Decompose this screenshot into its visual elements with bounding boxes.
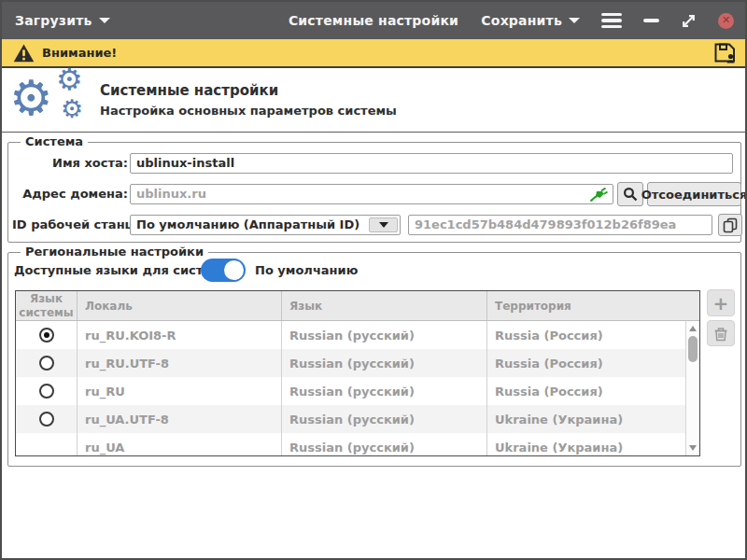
domain-search-button[interactable] [617, 182, 643, 206]
system-language-radio[interactable] [39, 412, 54, 427]
hamburger-menu-icon[interactable] [601, 13, 622, 29]
delete-locale-button[interactable] [707, 320, 735, 346]
locale-cell: ru_UA [78, 433, 282, 456]
domain-value: ublinux.ru [136, 187, 206, 201]
warning-bar: Внимание! [2, 39, 745, 68]
close-button[interactable]: ✕ [718, 13, 734, 29]
language-cell: Russian (русский) [282, 377, 487, 405]
station-id-label: ID рабочей станции: [12, 213, 128, 237]
system-groupbox: Система Имя хоста: ublinux-install Адрес… [7, 142, 741, 243]
territory-cell: Russia (Россия) [487, 321, 699, 349]
save-file-icon[interactable] [713, 42, 737, 63]
copy-id-button[interactable] [718, 214, 742, 236]
language-cell: Russian (русский) [282, 405, 487, 433]
column-header-system-language[interactable]: Язык системы [16, 291, 78, 320]
station-id-value-field[interactable]: 91ec1cd57b484d479893f012b26f89ea [408, 215, 712, 235]
system-settings-window: Загрузить Системные настройки Сохранить … [0, 0, 747, 560]
warning-triangle-icon [13, 44, 35, 63]
language-cell: Russian (русский) [282, 433, 487, 456]
close-icon: ✕ [722, 15, 730, 25]
save-menu-label: Сохранить [481, 13, 562, 28]
regional-legend: Региональные настройки [21, 245, 208, 259]
station-id-mode-select[interactable]: По умолчанию (Аппаратный ID) [130, 215, 401, 235]
scroll-up-arrow-icon[interactable] [689, 326, 697, 331]
table-row[interactable]: ru_UA Russian (русский) Ukraine (Украина… [16, 433, 699, 456]
scrollbar-thumb[interactable] [688, 336, 698, 362]
system-language-radio[interactable] [39, 356, 54, 371]
gear-icon: ⚙ [61, 96, 83, 121]
system-legend: Система [21, 134, 88, 148]
page-header: ⚙ ⚙ ⚙ Системные настройки Настройка осно… [2, 68, 745, 133]
disconnect-button[interactable]: Отсоединиться [647, 182, 741, 206]
load-menu-button[interactable]: Загрузить [15, 13, 110, 28]
regional-groupbox: Региональные настройки Доступные языки д… [7, 252, 741, 467]
gear-icon: ⚙ [9, 74, 53, 122]
column-header-locale[interactable]: Локаль [78, 291, 282, 320]
territory-cell: Ukraine (Украина) [487, 405, 699, 433]
search-icon [623, 187, 638, 202]
column-header-language[interactable]: Язык [282, 291, 487, 320]
page-subtitle: Настройка основных параметров системы [100, 104, 397, 118]
chevron-down-icon [379, 222, 388, 228]
territory-cell: Russia (Россия) [487, 377, 699, 405]
locale-cell: ru_RU [78, 377, 282, 405]
table-row[interactable]: ru_RU.UTF-8 Russian (русский) Russia (Ро… [16, 349, 699, 377]
system-language-radio[interactable] [39, 328, 54, 343]
table-header-row: Язык системы Локаль Язык Территория [16, 291, 699, 321]
table-row[interactable]: ru_RU.KOI8-R Russian (русский) Russia (Р… [16, 321, 699, 349]
connected-plug-icon [590, 188, 608, 202]
hostname-input[interactable]: ublinux-install [130, 153, 733, 174]
locale-cell: ru_UA.UTF-8 [78, 405, 282, 433]
toggle-knob [224, 260, 244, 280]
copy-icon [723, 217, 738, 233]
page-title: Системные настройки [100, 82, 278, 99]
trash-icon [713, 326, 728, 342]
column-header-territory[interactable]: Территория [487, 291, 699, 320]
titlebar: Загрузить Системные настройки Сохранить … [2, 2, 745, 39]
chevron-down-icon [99, 18, 110, 23]
load-menu-label: Загрузить [15, 13, 92, 28]
languages-toggle[interactable] [201, 259, 246, 282]
domain-label: Адрес домена: [12, 182, 128, 206]
locale-cell: ru_RU.UTF-8 [78, 349, 282, 377]
add-locale-button[interactable]: + [707, 289, 735, 316]
table-scrollbar[interactable] [685, 321, 699, 455]
scroll-down-arrow-icon[interactable] [689, 445, 697, 451]
languages-toggle-state: По умолчанию [255, 259, 358, 283]
system-language-radio[interactable] [39, 384, 54, 399]
territory-cell: Russia (Россия) [487, 349, 699, 377]
gears-app-icon: ⚙ ⚙ ⚙ [9, 70, 99, 130]
warning-message: Внимание! [42, 46, 117, 60]
domain-input[interactable]: ublinux.ru [130, 184, 613, 204]
territory-cell: Ukraine (Украина) [487, 433, 699, 456]
gear-icon: ⚙ [56, 64, 83, 94]
locale-cell: ru_RU.KOI8-R [78, 321, 282, 349]
chevron-down-icon [569, 18, 580, 23]
station-id-mode-value: По умолчанию (Аппаратный ID) [136, 217, 359, 231]
expand-icon[interactable] [681, 13, 697, 29]
save-menu-button[interactable]: Сохранить [481, 13, 580, 28]
language-cell: Russian (русский) [282, 349, 487, 377]
hostname-label: Имя хоста: [12, 151, 128, 175]
combo-dropdown-button[interactable] [369, 217, 398, 232]
locales-table: Язык системы Локаль Язык Территория ru_R… [15, 290, 700, 456]
table-row[interactable]: ru_UA.UTF-8 Russian (русский) Ukraine (У… [16, 405, 699, 433]
minimize-button[interactable] [643, 19, 659, 22]
table-row[interactable]: ru_RU Russian (русский) Russia (Россия) [16, 377, 699, 405]
language-cell: Russian (русский) [282, 321, 487, 349]
